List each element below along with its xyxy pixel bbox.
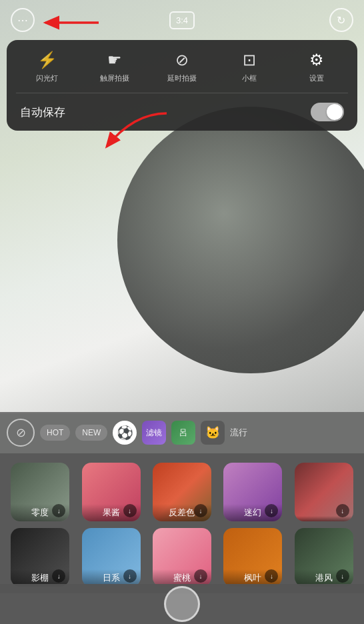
filter-thumb-rixie: 日系 ↓ (82, 528, 141, 587)
no-filter-button[interactable]: ⊘ (7, 419, 35, 447)
filter-tag-lvjing[interactable]: 滤镜 (142, 421, 166, 445)
refresh-button[interactable]: ↻ (329, 8, 353, 32)
filter-thumb-guojiang: 果酱 ↓ (82, 463, 141, 521)
filter-tag-popular[interactable]: 流行 (230, 427, 247, 439)
filter-item-mihuan[interactable]: 迷幻 ↓ (221, 463, 285, 521)
filter-thumb-photo: ↓ (295, 463, 353, 521)
filter-cat-icon[interactable]: 🐱 (201, 421, 225, 445)
filter-grid: 零度 ↓ 果酱 ↓ 反差色 ↓ 迷幻 ↓ ↓ 影棚 ↓ (0, 453, 364, 593)
dots-icon: ⋯ (17, 14, 28, 27)
filter-thumb-mihuan: 迷幻 ↓ (223, 463, 282, 521)
smallframe-icon: ⊡ (243, 51, 256, 69)
flash-label: 闪光灯 (36, 73, 58, 83)
download-icon-guojiang[interactable]: ↓ (123, 504, 137, 517)
gear-settings-button[interactable]: ⚙ 设置 (297, 51, 337, 83)
top-bar: ⋯ 3:4 ↻ (0, 0, 364, 40)
filter-item-rixie[interactable]: 日系 ↓ (79, 528, 143, 587)
filter-soccer-icon[interactable]: ⚽ (113, 421, 137, 445)
settings-icons-row: ⚡ 闪光灯 ☛ 触屏拍摄 ⊘ 延时拍摄 ⊡ 小框 ⚙ 设置 (7, 51, 357, 93)
cat-emoji: 🐱 (205, 425, 220, 440)
ratio-badge[interactable]: 3:4 (169, 11, 195, 29)
download-icon-gangfeng[interactable]: ↓ (336, 569, 349, 583)
settings-label: 设置 (309, 73, 324, 83)
download-icon-rixie[interactable]: ↓ (123, 569, 137, 583)
toggle-knob (327, 104, 343, 120)
shutter-button[interactable] (164, 586, 200, 622)
timer-icon: ⊘ (175, 51, 189, 69)
flash-icon: ⚡ (37, 51, 57, 69)
download-icon-mitao[interactable]: ↓ (194, 569, 207, 583)
smallframe-button[interactable]: ⊡ 小框 (229, 51, 269, 83)
filter-item-gangfeng[interactable]: 港风 ↓ (292, 528, 356, 587)
filter-thumb-fanchase: 反差色 ↓ (153, 463, 211, 521)
filter-strip: ⊘ HOT NEW ⚽ 滤镜 呂 🐱 流行 (0, 412, 364, 453)
touch-label: 触屏拍摄 (100, 73, 129, 83)
download-icon-fanchase[interactable]: ↓ (194, 504, 207, 517)
auto-save-label: 自动保存 (20, 105, 65, 120)
filter-item-yingpeng[interactable]: 影棚 ↓ (8, 528, 72, 587)
menu-button[interactable]: ⋯ (11, 8, 35, 32)
touch-icon: ☛ (107, 51, 122, 69)
touch-shoot-button[interactable]: ☛ 触屏拍摄 (95, 51, 135, 83)
filter-thumb-yingpeng: 影棚 ↓ (11, 528, 69, 587)
filter-tag-hot[interactable]: HOT (40, 425, 70, 441)
timer-button[interactable]: ⊘ 延时拍摄 (162, 51, 202, 83)
filter-item-guojiang[interactable]: 果酱 ↓ (79, 463, 143, 521)
download-icon-photo[interactable]: ↓ (336, 504, 349, 517)
settings-panel: ⚡ 闪光灯 ☛ 触屏拍摄 ⊘ 延时拍摄 ⊡ 小框 ⚙ 设置 自动保存 (7, 40, 357, 131)
filter-thumb-gangfeng: 港风 ↓ (295, 528, 353, 587)
filter-thumb-lingdu: 零度 ↓ (11, 463, 69, 521)
filter-thumb-fengye: 枫叶 ↓ (223, 528, 282, 587)
filter-item-photo[interactable]: ↓ (292, 463, 356, 521)
filter-item-mitao[interactable]: 蜜桃 ↓ (150, 528, 214, 587)
gear-icon: ⚙ (309, 51, 324, 69)
filter-item-lingdu[interactable]: 零度 ↓ (8, 463, 72, 521)
slash-icon: ⊘ (16, 425, 26, 440)
filter-tag-new[interactable]: NEW (75, 425, 107, 441)
flash-button[interactable]: ⚡ 闪光灯 (27, 51, 67, 83)
auto-save-toggle[interactable] (311, 103, 344, 121)
camera-subject (117, 107, 364, 373)
soccer-emoji: ⚽ (117, 425, 133, 441)
shutter-area (0, 584, 364, 624)
smallframe-label: 小框 (242, 73, 257, 83)
timer-label: 延时拍摄 (167, 73, 197, 83)
filter-tag-lu[interactable]: 呂 (171, 421, 195, 445)
refresh-icon: ↻ (337, 14, 345, 27)
filter-item-fengye[interactable]: 枫叶 ↓ (221, 528, 285, 587)
filter-item-fanchase[interactable]: 反差色 ↓ (150, 463, 214, 521)
auto-save-row: 自动保存 (7, 93, 357, 131)
filter-thumb-mitao: 蜜桃 ↓ (153, 528, 211, 587)
